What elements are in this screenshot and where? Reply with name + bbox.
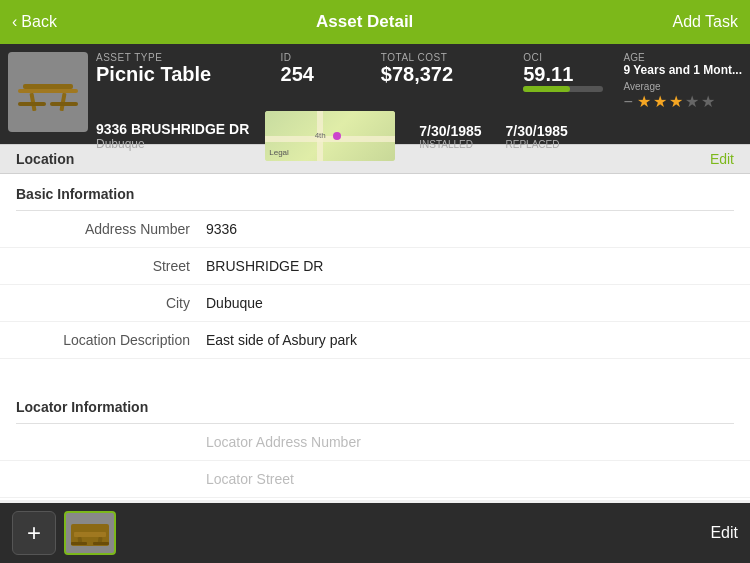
back-label: Back	[21, 13, 57, 31]
star-3-icon: ★	[669, 92, 683, 111]
city-value: Dubuque	[206, 295, 734, 311]
location-desc-label: Location Description	[16, 332, 206, 348]
city-label: City	[16, 295, 206, 311]
asset-id-label: ID	[281, 52, 365, 63]
asset-info-block: ASSET TYPE Picnic Table ID 254 TOTAL COS…	[96, 52, 742, 136]
asset-address: 9336 BRUSHRIDGE DR	[96, 121, 249, 137]
asset-bottom-row: 9336 BRUSHRIDGE DR Dubuque Legal 4th 7/3…	[96, 111, 742, 161]
location-desc-row: Location Description East side of Asbury…	[0, 322, 750, 359]
asset-address-block: 9336 BRUSHRIDGE DR Dubuque	[96, 121, 249, 151]
locator-street-placeholder: Locator Street	[206, 471, 734, 487]
asset-type-value: Picnic Table	[96, 63, 265, 86]
map-background: Legal 4th	[265, 111, 395, 161]
content-area: Basic Information Address Number 9336 St…	[0, 174, 750, 500]
location-edit-button[interactable]: Edit	[710, 151, 734, 167]
asset-id-block: ID 254	[281, 52, 365, 111]
photo-thumbnail[interactable]	[64, 511, 116, 555]
spacer	[0, 359, 750, 379]
asset-cost-label: TOTAL COST	[381, 52, 507, 63]
star-5-icon: ★	[701, 92, 715, 111]
add-task-button[interactable]: Add Task	[672, 13, 738, 31]
address-number-label: Address Number	[16, 221, 206, 237]
star-1-icon: ★	[637, 92, 651, 111]
star-rating: − ★ ★ ★ ★ ★	[623, 92, 714, 111]
installed-date: 7/30/1985	[419, 123, 481, 139]
locator-street-row: Locator Street	[0, 461, 750, 498]
svg-rect-11	[93, 542, 109, 545]
bottom-left-controls: +	[12, 511, 116, 555]
location-desc-value: East side of Asbury park	[206, 332, 734, 348]
map-pin-icon	[333, 132, 341, 140]
svg-rect-4	[18, 102, 46, 106]
svg-rect-5	[50, 102, 78, 106]
asset-id-value: 254	[281, 63, 365, 86]
oci-bar	[523, 86, 603, 92]
installed-label: INSTALLED	[419, 139, 481, 150]
asset-header: ASSET TYPE Picnic Table ID 254 TOTAL COS…	[0, 44, 750, 144]
star-4-icon: ★	[685, 92, 699, 111]
plus-icon: +	[27, 519, 41, 547]
location-section-title: Location	[16, 151, 74, 167]
age-value: 9 Years and 1 Mont...	[623, 63, 742, 77]
address-number-row: Address Number 9336	[0, 211, 750, 248]
replaced-block: 7/30/1985 REPLACED	[506, 123, 568, 150]
locator-address-number-placeholder: Locator Address Number	[206, 434, 734, 450]
street-label: Street	[16, 258, 206, 274]
map-road-horizontal	[265, 136, 395, 142]
map-label-legal: Legal	[269, 148, 289, 157]
locator-info-title: Locator Information	[0, 387, 750, 423]
basic-info-title: Basic Information	[0, 174, 750, 210]
svg-rect-1	[18, 89, 78, 93]
map-label-4th: 4th	[315, 131, 326, 140]
asset-oci-block: OCI 59.11	[523, 52, 607, 111]
nav-bar: ‹ Back Asset Detail Add Task	[0, 0, 750, 44]
add-photo-button[interactable]: +	[12, 511, 56, 555]
city-row: City Dubuque	[0, 285, 750, 322]
rating-label: Average	[623, 81, 660, 92]
address-number-value: 9336	[206, 221, 734, 237]
age-label: AGE	[623, 52, 644, 63]
back-chevron-icon: ‹	[12, 13, 17, 31]
asset-city: Dubuque	[96, 137, 249, 151]
asset-cost-value: $78,372	[381, 63, 507, 86]
svg-rect-7	[74, 532, 106, 537]
replaced-date: 7/30/1985	[506, 123, 568, 139]
rating-minus-icon: −	[623, 93, 632, 111]
asset-top-row: ASSET TYPE Picnic Table ID 254 TOTAL COS…	[96, 52, 742, 111]
street-row: Street BRUSHRIDGE DR	[0, 248, 750, 285]
page-title: Asset Detail	[316, 12, 413, 32]
asset-image	[8, 52, 88, 132]
age-rating-block: AGE 9 Years and 1 Mont... Average − ★ ★ …	[623, 52, 742, 111]
back-button[interactable]: ‹ Back	[12, 13, 57, 31]
locator-section: Locator Information Locator Address Numb…	[0, 379, 750, 498]
svg-rect-10	[71, 542, 87, 545]
asset-oci-label: OCI	[523, 52, 607, 63]
street-value: BRUSHRIDGE DR	[206, 258, 734, 274]
asset-oci-value: 59.11	[523, 63, 607, 86]
star-2-icon: ★	[653, 92, 667, 111]
locator-address-number-row: Locator Address Number	[0, 424, 750, 461]
bottom-toolbar: + Edit	[0, 503, 750, 563]
oci-bar-fill	[523, 86, 570, 92]
asset-type-block: ASSET TYPE Picnic Table	[96, 52, 265, 111]
map-thumbnail[interactable]: Legal 4th	[265, 111, 395, 161]
installed-block: 7/30/1985 INSTALLED	[419, 123, 481, 150]
replaced-label: REPLACED	[506, 139, 568, 150]
asset-type-label: ASSET TYPE	[96, 52, 265, 63]
asset-cost-block: TOTAL COST $78,372	[381, 52, 507, 111]
bottom-edit-button[interactable]: Edit	[710, 524, 738, 542]
svg-rect-0	[23, 84, 73, 89]
